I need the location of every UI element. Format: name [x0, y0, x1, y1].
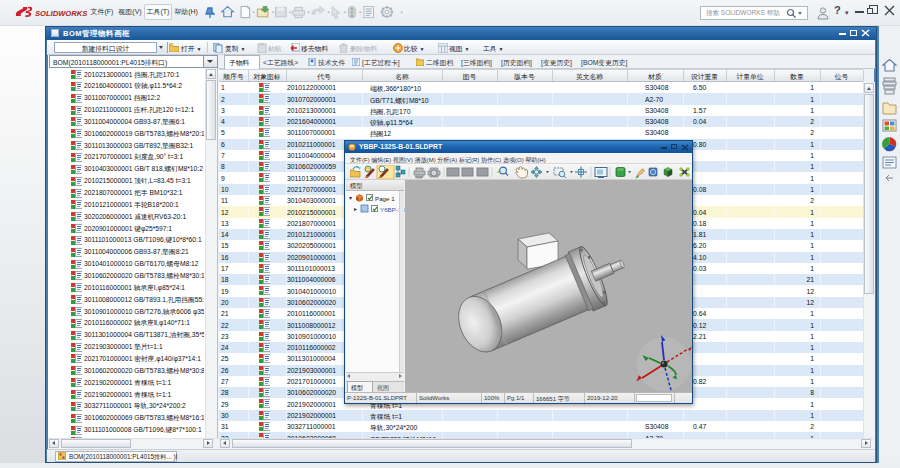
svg-text:SOLIDWORKS: SOLIDWORKS	[35, 9, 87, 18]
